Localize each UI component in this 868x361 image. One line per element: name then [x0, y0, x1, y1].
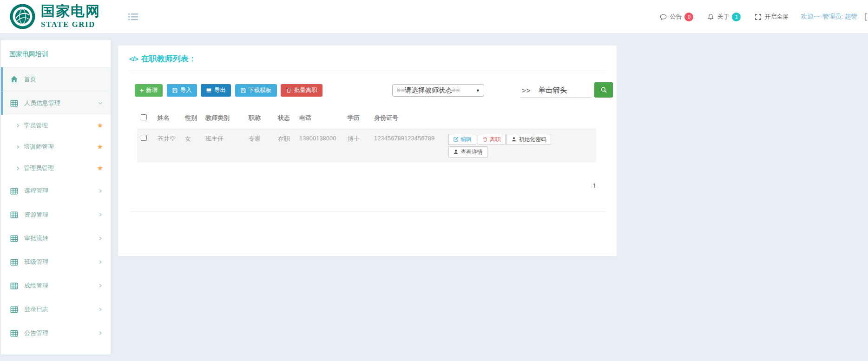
batch-resign-button[interactable]: 批量离职 [281, 84, 322, 97]
sidebar-item-score-mgmt[interactable]: 成绩管理 [1, 274, 111, 297]
select-all-checkbox[interactable] [141, 114, 147, 120]
col-header-teacher-type: 教师类别 [205, 108, 249, 129]
sidebar-item-trainer-mgmt[interactable]: 培训师管理 ★ [1, 136, 111, 158]
cell-degree: 博士 [348, 129, 374, 162]
star-icon: ★ [97, 164, 103, 172]
chevron-right-icon [98, 283, 103, 289]
search-button[interactable] [594, 82, 613, 98]
sidebar-item-label: 管理员管理 [24, 164, 54, 172]
search-input[interactable] [539, 86, 587, 95]
reset-password-button[interactable]: 初始化密码 [506, 134, 551, 145]
notice-button[interactable]: 公告 0 [660, 13, 693, 21]
trash-icon [482, 137, 488, 142]
page-title: </> 在职教师列表： [129, 53, 197, 64]
teacher-status-select[interactable]: ==请选择教师状态== ▼ [392, 84, 484, 97]
about-badge: 1 [732, 13, 741, 21]
welcome-text[interactable]: 欢迎~~ 管理员: 超管 [801, 13, 857, 21]
user-icon [453, 149, 459, 155]
comment-icon [660, 13, 667, 20]
logout-icon[interactable] [864, 13, 868, 21]
sidebar-item-announcement-mgmt[interactable]: 公告管理 [1, 321, 111, 345]
sidebar-item-home[interactable]: 首页 [1, 67, 111, 91]
sidebar-item-personnel-mgmt[interactable]: 人员信息管理 [1, 91, 111, 115]
col-header-gender: 性别 [185, 108, 205, 129]
sidebar-item-label: 班级管理 [24, 258, 48, 266]
sidebar-item-class-mgmt[interactable]: 班级管理 [1, 250, 111, 274]
home-icon [10, 75, 18, 83]
import-button[interactable]: 导入 [167, 84, 197, 97]
state-grid-emblem-icon [9, 3, 36, 30]
star-icon: ★ [97, 121, 103, 130]
sidebar-header: 国家电网培训 [1, 40, 111, 67]
sidebar-item-admin-mgmt[interactable]: 管理员管理 ★ [1, 158, 111, 179]
sidebar-item-student-mgmt[interactable]: 学员管理 ★ [1, 115, 111, 136]
about-label: 关于 [717, 13, 729, 21]
bell-icon [707, 13, 714, 20]
cell-name: 苍井空 [158, 129, 185, 162]
sidebar-item-label: 首页 [24, 75, 36, 84]
notice-badge: 0 [684, 13, 693, 21]
star-icon: ★ [97, 143, 103, 151]
plus-icon: + [140, 87, 144, 94]
chevron-right-icon [15, 144, 20, 150]
sidebar-item-label: 审批流转 [24, 234, 48, 243]
download-template-button[interactable]: 下载模板 [235, 84, 277, 97]
col-header-degree: 学历 [348, 108, 374, 129]
col-header-phone: 电话 [299, 108, 348, 129]
view-detail-button[interactable]: 查看详情 [448, 146, 487, 158]
search-icon [600, 86, 607, 93]
logo-subtitle: STATE GRID [41, 20, 100, 29]
search-arrows[interactable]: >> [522, 86, 531, 94]
sidebar-item-course-mgmt[interactable]: 课程管理 [1, 179, 111, 203]
sidebar-item-login-log[interactable]: 登录日志 [1, 297, 111, 321]
sidebar-collapse-icon[interactable] [128, 13, 138, 21]
sidebar-item-resource-mgmt[interactable]: 资源管理 [1, 203, 111, 226]
table-icon [10, 282, 18, 290]
sidebar-item-label: 成绩管理 [24, 282, 48, 290]
add-button[interactable]: + 新增 [135, 84, 163, 97]
table-icon [10, 306, 18, 314]
cell-job-title: 专家 [249, 129, 278, 162]
sidebar-item-approval-flow[interactable]: 审批流转 [1, 226, 111, 250]
fullscreen-label: 开启全屏 [764, 13, 789, 21]
about-button[interactable]: 关于 1 [707, 13, 741, 21]
row-actions-line2: 查看详情 [448, 146, 596, 158]
sidebar: 国家电网培训 首页 人员信息管理 学员管 [1, 40, 111, 354]
table-header-row: 姓名 性别 教师类别 职称 状态 电话 学历 身份证号 [137, 108, 596, 129]
row-actions-line1: 编辑 离职 [448, 134, 596, 145]
chevron-right-icon [98, 307, 103, 312]
cell-gender: 女 [185, 129, 205, 162]
search-field-group: >> [520, 84, 592, 98]
hdd-icon [206, 87, 212, 93]
sidebar-item-label: 资源管理 [24, 210, 48, 219]
title-divider [129, 71, 605, 71]
export-button[interactable]: 导出 [201, 84, 231, 97]
table-icon [10, 235, 18, 243]
edit-button[interactable]: 编辑 [448, 134, 476, 145]
col-header-actions [448, 108, 596, 129]
bottom-divider [129, 211, 605, 212]
cell-status: 在职 [278, 129, 299, 162]
top-navbar: 国家电网 STATE GRID 公告 0 [0, 0, 868, 33]
chevron-right-icon [15, 166, 20, 171]
sidebar-item-label: 培训师管理 [24, 143, 54, 151]
state-grid-logo[interactable]: 国家电网 STATE GRID [9, 3, 100, 30]
table-icon [10, 258, 18, 266]
cell-actions: 编辑 离职 [448, 129, 596, 162]
table-icon [10, 99, 18, 107]
caret-down-icon: ▼ [476, 88, 480, 93]
sidebar-item-label: 登录日志 [24, 305, 48, 314]
sidebar-item-label: 公告管理 [24, 329, 48, 337]
page-number[interactable]: 1 [592, 182, 596, 190]
col-header-status: 状态 [278, 108, 299, 129]
table-icon [10, 329, 18, 337]
col-header-id-number: 身份证号 [374, 108, 448, 129]
teacher-table: 姓名 性别 教师类别 职称 状态 电话 学历 身份证号 苍井空 女 班主任 [137, 108, 596, 162]
table-icon [10, 187, 18, 195]
chevron-right-icon [98, 330, 103, 336]
fullscreen-button[interactable]: 开启全屏 [755, 13, 789, 21]
row-checkbox[interactable] [141, 135, 147, 141]
chevron-right-icon [98, 188, 103, 194]
resign-button[interactable]: 离职 [478, 134, 506, 145]
sidebar-item-label: 人员信息管理 [24, 99, 60, 107]
